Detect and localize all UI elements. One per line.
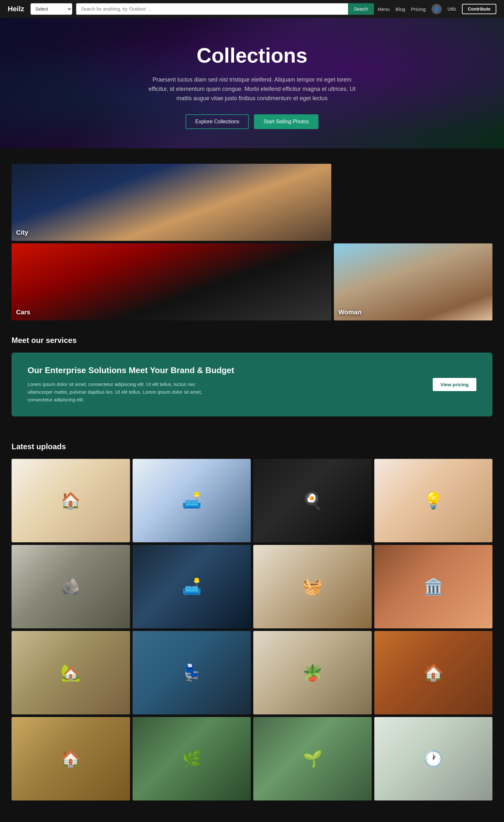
enterprise-heading: Our Enterprise Solutions Meet Your Brand… [28,365,234,375]
hero-section: Collections Praesent luctus diam sed nis… [0,18,504,148]
blog-link[interactable]: Blog [396,6,405,12]
explore-collections-button[interactable]: Explore Collections [185,114,249,129]
collections-section: Food Summer Home & Interiors City Cars W… [0,148,504,336]
latest-photo-1[interactable] [12,459,130,542]
navbar: Heilz Select Search Menu Blog Pricing 👤 … [0,0,504,18]
enterprise-card: Our Enterprise Solutions Meet Your Brand… [12,353,492,416]
collection-cars[interactable]: Cars [12,244,331,321]
contribute-button[interactable]: Contribute [462,4,496,14]
latest-photo-14[interactable] [132,717,251,801]
latest-grid [12,459,492,801]
latest-uploads-section: Latest uploads [0,429,504,801]
nav-links: Menu Blog Pricing 👤 Utilz Contribute [378,4,496,14]
collections-grid: Food Summer Home & Interiors City Cars W… [12,161,492,323]
collection-cars-label: Cars [16,309,30,316]
latest-photo-15[interactable] [253,717,372,801]
collection-woman[interactable]: Woman [334,244,492,321]
services-section: Meet our services Our Enterprise Solutio… [0,336,504,429]
latest-photo-6[interactable] [132,545,251,629]
latest-photo-16[interactable] [374,717,493,801]
latest-photo-3[interactable] [253,459,372,542]
enterprise-description: Lorem ipsum dolor sit amet, consectetur … [28,381,207,404]
menu-link[interactable]: Menu [378,6,390,12]
hero-buttons: Explore Collections Start Selling Photos [13,114,491,129]
avatar[interactable]: 👤 [431,4,442,14]
latest-photo-11[interactable] [253,631,372,715]
latest-photo-2[interactable] [132,459,251,542]
username-label: Utilz [448,6,456,12]
latest-photo-12[interactable] [374,631,493,715]
search-button[interactable]: Search [348,3,374,15]
search-bar: Search [76,3,374,15]
view-pricing-button[interactable]: View pricing [433,378,476,391]
collection-city[interactable]: City [12,164,331,241]
search-input[interactable] [76,3,348,15]
brand-logo: Heilz [8,5,24,13]
hero-description: Praesent luctus diam sed nisl tristique … [143,75,361,103]
hero-title: Collections [13,44,491,67]
pricing-link[interactable]: Pricing [411,6,426,12]
enterprise-text: Our Enterprise Solutions Meet Your Brand… [28,365,234,404]
latest-photo-13[interactable] [12,717,130,801]
collection-woman-label: Woman [338,309,362,316]
latest-photo-7[interactable] [253,545,372,629]
latest-photo-4[interactable] [374,459,493,542]
services-title: Meet our services [12,336,492,345]
latest-photo-10[interactable] [132,631,251,715]
category-select[interactable]: Select [30,3,72,15]
start-selling-button[interactable]: Start Selling Photos [254,114,319,129]
latest-uploads-title: Latest uploads [12,442,492,451]
latest-photo-5[interactable] [12,545,130,629]
collection-city-label: City [16,229,28,236]
latest-photo-8[interactable] [374,545,493,629]
latest-photo-9[interactable] [12,631,130,715]
